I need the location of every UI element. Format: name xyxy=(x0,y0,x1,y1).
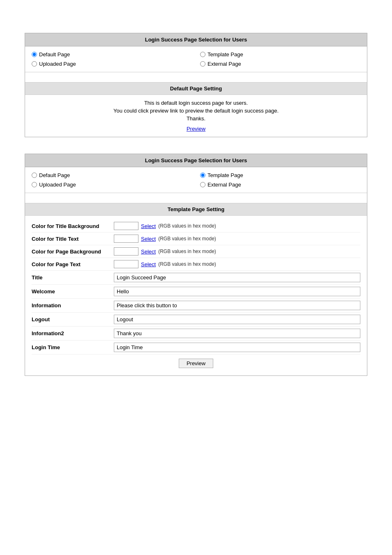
label-login-time: Login Time xyxy=(32,344,114,350)
input-logout[interactable] xyxy=(114,315,360,324)
value-information[interactable] xyxy=(114,301,360,310)
field-row-color-title-bg: Color for Title Background Select (RGB v… xyxy=(32,220,360,233)
color-box-page-bg[interactable] xyxy=(114,247,138,256)
select-link-page-text[interactable]: Select xyxy=(141,261,156,267)
panel-2: Login Success Page Selection for Users D… xyxy=(25,154,367,376)
radio-template-2[interactable] xyxy=(200,173,205,178)
input-welcome[interactable] xyxy=(114,287,360,296)
radio-label-external-1: External Page xyxy=(208,61,241,67)
select-link-title-text[interactable]: Select xyxy=(141,236,156,242)
field-row-welcome: Welcome xyxy=(32,285,360,299)
input-login-time[interactable] xyxy=(114,343,360,352)
radio-grid-2: Default Page Template Page Uploaded Page… xyxy=(32,172,360,188)
radio-template-1[interactable] xyxy=(200,52,205,57)
preview-btn-row: Preview xyxy=(32,355,360,370)
radio-label-default-1: Default Page xyxy=(39,51,70,58)
value-logout[interactable] xyxy=(114,315,360,324)
radio-item-default-1[interactable]: Default Page xyxy=(32,51,192,58)
radio-label-default-2: Default Page xyxy=(39,172,70,178)
field-row-color-page-text: Color for Page Text Select (RGB values i… xyxy=(32,258,360,271)
hint-page-text: (RGB values in hex mode) xyxy=(158,261,216,267)
radio-uploaded-1[interactable] xyxy=(32,61,37,67)
radio-item-uploaded-2[interactable]: Uploaded Page xyxy=(32,182,192,188)
radio-default-2[interactable] xyxy=(32,173,37,178)
panel-1: Login Success Page Selection for Users D… xyxy=(25,33,367,137)
field-row-title: Title xyxy=(32,271,360,285)
field-row-login-time: Login Time xyxy=(32,341,360,355)
setting-text-2: You could click preview link to preview … xyxy=(32,108,360,114)
color-box-page-text[interactable] xyxy=(114,260,138,268)
hint-title-text: (RGB values in hex mode) xyxy=(158,236,216,242)
panel-1-radio-section: Default Page Template Page Uploaded Page… xyxy=(25,46,367,72)
label-information: Information xyxy=(32,302,114,309)
radio-item-default-2[interactable]: Default Page xyxy=(32,172,192,178)
field-row-logout: Logout xyxy=(32,313,360,327)
label-color-page-text: Color for Page Text xyxy=(32,261,114,267)
default-page-setting: Default Page Setting This is default log… xyxy=(25,82,367,137)
value-color-page-bg: Select (RGB values in hex mode) xyxy=(114,247,360,256)
radio-item-external-2[interactable]: External Page xyxy=(200,182,360,188)
radio-label-uploaded-2: Uploaded Page xyxy=(39,182,76,188)
setting-text-1: This is default login success page for u… xyxy=(32,100,360,106)
radio-default-1[interactable] xyxy=(32,52,37,57)
radio-external-1[interactable] xyxy=(200,61,205,67)
default-setting-header: Default Page Setting xyxy=(25,82,367,95)
label-title: Title xyxy=(32,274,114,281)
value-color-title-bg: Select (RGB values in hex mode) xyxy=(114,222,360,230)
hint-page-bg: (RGB values in hex mode) xyxy=(158,249,216,254)
label-color-title-text: Color for Title Text xyxy=(32,236,114,242)
field-row-color-title-text: Color for Title Text Select (RGB values … xyxy=(32,233,360,245)
field-row-color-page-bg: Color for Page Background Select (RGB va… xyxy=(32,245,360,258)
input-information[interactable] xyxy=(114,301,360,310)
label-information2: Information2 xyxy=(32,330,114,336)
value-title[interactable] xyxy=(114,273,360,282)
setting-text-3: Thanks. xyxy=(32,115,360,122)
radio-external-2[interactable] xyxy=(200,182,205,187)
label-color-title-bg: Color for Title Background xyxy=(32,223,114,229)
input-title[interactable] xyxy=(114,273,360,282)
value-information2[interactable] xyxy=(114,329,360,338)
radio-item-uploaded-1[interactable]: Uploaded Page xyxy=(32,61,192,67)
radio-item-external-1[interactable]: External Page xyxy=(200,61,360,67)
panel-2-header: Login Success Page Selection for Users xyxy=(25,154,367,167)
preview-link-1[interactable]: Preview xyxy=(187,126,205,132)
radio-label-external-2: External Page xyxy=(208,182,241,188)
template-setting-header: Template Page Setting xyxy=(25,203,367,216)
color-box-title-text[interactable] xyxy=(114,235,138,243)
value-color-title-text: Select (RGB values in hex mode) xyxy=(114,235,360,243)
input-information2[interactable] xyxy=(114,329,360,338)
select-link-page-bg[interactable]: Select xyxy=(141,249,156,255)
default-setting-body: This is default login success page for u… xyxy=(25,95,367,137)
radio-uploaded-2[interactable] xyxy=(32,182,37,187)
radio-label-template-2: Template Page xyxy=(208,172,243,178)
value-welcome[interactable] xyxy=(114,287,360,296)
select-link-title-bg[interactable]: Select xyxy=(141,223,156,229)
radio-label-template-1: Template Page xyxy=(208,51,243,58)
label-color-page-bg: Color for Page Background xyxy=(32,249,114,255)
field-row-information2: Information2 xyxy=(32,327,360,341)
panel-1-header: Login Success Page Selection for Users xyxy=(25,33,367,46)
label-welcome: Welcome xyxy=(32,288,114,295)
label-logout: Logout xyxy=(32,316,114,322)
panel-2-radio-section: Default Page Template Page Uploaded Page… xyxy=(25,167,367,193)
template-fields-wrap: Color for Title Background Select (RGB v… xyxy=(25,216,367,375)
hint-title-bg: (RGB values in hex mode) xyxy=(158,223,216,229)
radio-item-template-1[interactable]: Template Page xyxy=(200,51,360,58)
color-box-title-bg[interactable] xyxy=(114,222,138,230)
value-color-page-text: Select (RGB values in hex mode) xyxy=(114,260,360,268)
radio-item-template-2[interactable]: Template Page xyxy=(200,172,360,178)
value-login-time[interactable] xyxy=(114,343,360,352)
template-page-setting: Template Page Setting Color for Title Ba… xyxy=(25,203,367,375)
radio-grid-1: Default Page Template Page Uploaded Page… xyxy=(32,51,360,67)
preview-button-2[interactable]: Preview xyxy=(179,359,213,368)
field-row-information: Information xyxy=(32,299,360,313)
radio-label-uploaded-1: Uploaded Page xyxy=(39,61,76,67)
